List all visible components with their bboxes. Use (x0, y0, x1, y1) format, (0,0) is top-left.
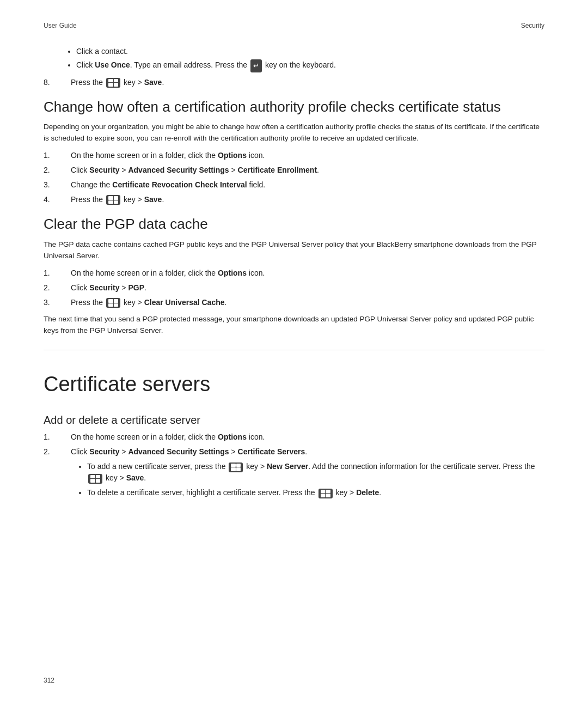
section2-step2: 2. Click Security > PGP. (44, 282, 544, 294)
step-number: 2. (44, 446, 71, 502)
section2-title: Clear the PGP data cache (44, 215, 544, 234)
step-content: Change the Certificate Revocation Check … (71, 179, 544, 191)
section1-step3: 3. Change the Certificate Revocation Che… (44, 179, 544, 191)
step-number: 2. (44, 165, 71, 176)
step-content: Click Security > Advanced Security Setti… (71, 446, 544, 502)
section1-step2: 2. Click Security > Advanced Security Se… (44, 165, 544, 176)
page-footer: 312 (44, 677, 54, 684)
enter-key-icon: ↵ (250, 59, 262, 72)
bullet-text: Click Use Once. Type an email address. P… (76, 60, 336, 69)
section1-step1: 1. On the home screen or in a folder, cl… (44, 150, 544, 161)
step-content: On the home screen or in a folder, click… (71, 267, 544, 279)
step-content: On the home screen or in a folder, click… (71, 150, 544, 161)
section1-body: Depending on your organization, you migh… (44, 121, 544, 144)
page-number: 312 (44, 677, 54, 684)
menu-key-icon (106, 195, 120, 205)
step-content: Press the key > Save. (71, 194, 544, 205)
list-item: To delete a certificate server, highligh… (87, 487, 544, 498)
section2-step3: 3. Press the key > Clear Universal Cache… (44, 297, 544, 308)
step-content: Press the key > Save. (71, 77, 544, 88)
chapter-divider (44, 350, 544, 350)
section3-step1: 1. On the home screen or in a folder, cl… (44, 431, 544, 443)
step-number: 1. (44, 267, 71, 279)
header-section-label: Security (521, 22, 544, 29)
chapter-title: Certificate servers (44, 372, 544, 397)
menu-key-icon (106, 78, 120, 88)
step-content: Click Security > Advanced Security Setti… (71, 165, 544, 176)
section1-title: Change how often a certification authori… (44, 98, 544, 117)
step-number: 1. (44, 431, 71, 443)
step-content: On the home screen or in a folder, click… (71, 431, 544, 443)
menu-key-icon (318, 489, 333, 498)
menu-key-icon (88, 474, 102, 484)
step-number: 3. (44, 179, 71, 191)
step-8: 8. Press the key > Save. (44, 77, 544, 88)
section1-step4: 4. Press the key > Save. (44, 194, 544, 205)
initial-bullet-list: Click a contact. Click Use Once. Type an… (76, 46, 544, 72)
section2-body2: The next time that you send a PGP protec… (44, 314, 544, 337)
page-header: User Guide Security (44, 22, 544, 29)
menu-key-icon (106, 298, 120, 308)
section2-body: The PGP data cache contains cached PGP p… (44, 239, 544, 262)
menu-key-icon (229, 462, 243, 472)
step-number: 3. (44, 297, 71, 308)
list-item: To add a new certificate server, press t… (87, 461, 544, 484)
bullet-text: Click a contact. (76, 47, 128, 56)
section3-step2: 2. Click Security > Advanced Security Se… (44, 446, 544, 502)
list-item: Click Use Once. Type an email address. P… (76, 59, 544, 72)
step-number: 4. (44, 194, 71, 205)
step-number: 2. (44, 282, 71, 294)
step-content: Click Security > PGP. (71, 282, 544, 294)
step-content: Press the key > Clear Universal Cache. (71, 297, 544, 308)
section3-title: Add or delete a certificate server (44, 413, 544, 427)
list-item: Click a contact. (76, 46, 544, 57)
header-guide-label: User Guide (44, 22, 77, 29)
sub-bullet-list: To add a new certificate server, press t… (87, 461, 544, 498)
step-number: 1. (44, 150, 71, 161)
step-number: 8. (44, 77, 71, 88)
section2-step1: 1. On the home screen or in a folder, cl… (44, 267, 544, 279)
